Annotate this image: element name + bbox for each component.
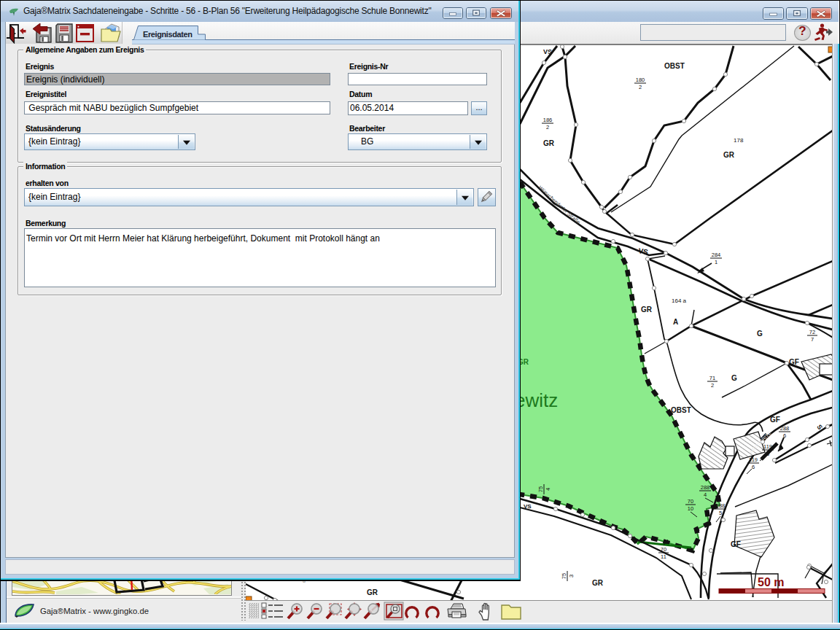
svg-text:3: 3 — [568, 575, 575, 578]
svg-text:119: 119 — [763, 443, 772, 450]
svg-text:OBST: OBST — [664, 62, 685, 70]
svg-text:GR: GR — [592, 579, 604, 587]
svg-text:GR: GR — [543, 139, 555, 147]
svg-text:72: 72 — [809, 329, 815, 335]
svg-text:GF: GF — [731, 540, 741, 548]
svg-text:GR: GR — [723, 151, 735, 159]
svg-text:70: 70 — [688, 498, 693, 505]
svg-text:11: 11 — [661, 553, 666, 560]
svg-text:288: 288 — [780, 425, 790, 432]
svg-text:284: 284 — [712, 252, 721, 258]
svg-text:ewitz: ewitz — [515, 389, 558, 411]
svg-text:GF: GF — [789, 358, 799, 366]
svg-text:VS: VS — [524, 503, 532, 510]
svg-text:5: 5 — [766, 451, 769, 457]
svg-text:6: 6 — [752, 464, 755, 470]
svg-text:VS: VS — [638, 246, 649, 256]
svg-text:7: 7 — [811, 336, 814, 343]
svg-text:288: 288 — [716, 502, 726, 509]
svg-text:GF: GF — [770, 416, 780, 424]
svg-text:75: 75 — [561, 573, 567, 579]
svg-text:4: 4 — [704, 491, 707, 498]
svg-text:119: 119 — [749, 456, 758, 463]
svg-text:50 m: 50 m — [758, 576, 784, 588]
svg-text:2: 2 — [546, 124, 549, 131]
svg-text:G: G — [757, 330, 763, 338]
svg-text:2: 2 — [639, 84, 642, 90]
svg-text:OBST: OBST — [671, 406, 691, 414]
svg-text:2: 2 — [711, 382, 714, 389]
svg-text:G: G — [731, 374, 737, 382]
svg-text:180: 180 — [636, 77, 645, 83]
svg-text:10: 10 — [688, 505, 693, 512]
svg-text:164 a: 164 a — [672, 298, 687, 304]
svg-text:186: 186 — [543, 117, 553, 123]
svg-text:288: 288 — [701, 484, 710, 491]
svg-text:VS: VS — [543, 48, 552, 55]
svg-text:4: 4 — [545, 488, 551, 491]
svg-text:GR: GR — [367, 588, 378, 596]
svg-text:75: 75 — [537, 486, 544, 492]
svg-text:1: 1 — [715, 259, 718, 265]
svg-text:5: 5 — [719, 510, 722, 516]
svg-text:GR: GR — [641, 306, 653, 314]
svg-text:178: 178 — [734, 137, 744, 144]
svg-text:70: 70 — [661, 546, 666, 553]
svg-text:A: A — [673, 318, 678, 326]
svg-text:71: 71 — [709, 375, 715, 381]
